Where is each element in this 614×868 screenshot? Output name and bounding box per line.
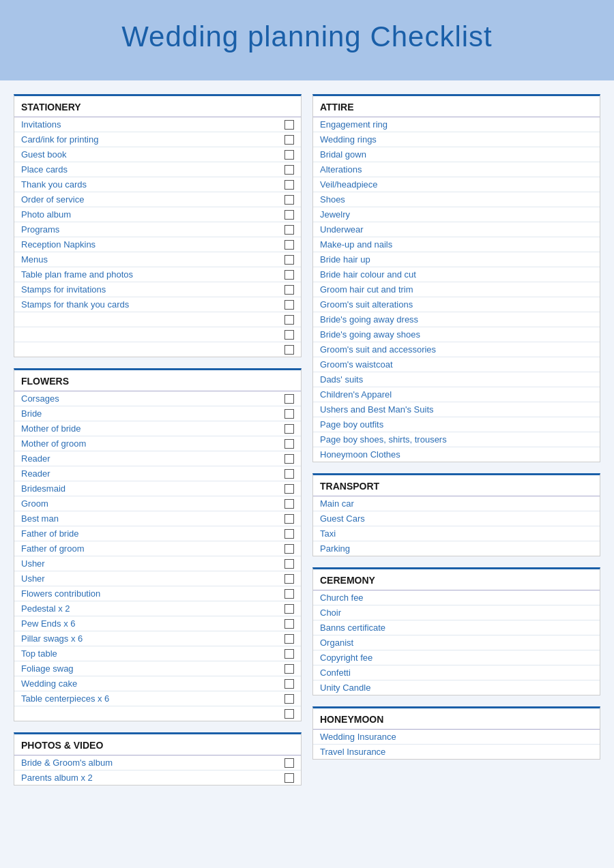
item-label: Bridal gown: [320, 149, 366, 160]
item-label: Order of service: [21, 194, 84, 205]
list-item: Bride's going away dress: [313, 312, 600, 327]
checkbox[interactable]: [284, 409, 294, 419]
checkbox[interactable]: [284, 709, 294, 719]
list-item: Reader: [14, 451, 301, 466]
item-label: Reader: [21, 468, 50, 479]
list-item: Programs: [14, 222, 301, 237]
checkbox[interactable]: [284, 330, 294, 340]
item-label: Foliage swag: [21, 663, 74, 674]
item-label: Shoes: [320, 194, 345, 205]
item-label: Parking: [320, 543, 350, 554]
item-label: Honeymoon Clothes: [320, 449, 400, 460]
checkbox[interactable]: [284, 315, 294, 325]
list-item: Thank you cards: [14, 177, 301, 192]
section-attire: ATTIREEngagement ringWedding ringsBridal…: [312, 94, 600, 462]
item-label: Reader: [21, 453, 50, 464]
checkbox[interactable]: [284, 544, 294, 554]
item-label: [21, 329, 24, 340]
list-item: [14, 327, 301, 342]
list-item: Pedestal x 2: [14, 601, 301, 616]
checkbox[interactable]: [284, 634, 294, 644]
checkbox[interactable]: [284, 664, 294, 674]
list-item: Flowers contribution: [14, 586, 301, 601]
checkbox[interactable]: [284, 120, 294, 130]
checkbox[interactable]: [284, 165, 294, 175]
list-item: [14, 706, 301, 721]
section-flowers: FLOWERSCorsagesBrideMother of brideMothe…: [14, 368, 302, 721]
item-label: Wedding cake: [21, 678, 77, 689]
list-item: Mother of groom: [14, 436, 301, 451]
item-label: Invitations: [21, 119, 61, 130]
section-ceremony: CEREMONYChurch feeChoirBanns certificate…: [312, 567, 600, 695]
list-item: Confetti: [313, 665, 600, 680]
list-item: Usher: [14, 556, 301, 571]
checkbox[interactable]: [284, 270, 294, 280]
checkbox[interactable]: [284, 559, 294, 569]
checkbox[interactable]: [284, 135, 294, 145]
checkbox[interactable]: [284, 499, 294, 509]
checkbox[interactable]: [284, 514, 294, 524]
list-item: Parents album x 2: [14, 770, 301, 785]
checkbox[interactable]: [284, 180, 294, 190]
checkbox[interactable]: [284, 345, 294, 355]
checkbox[interactable]: [284, 424, 294, 434]
checkbox[interactable]: [284, 484, 294, 494]
right-column: ATTIREEngagement ringWedding ringsBridal…: [312, 94, 600, 785]
list-item: Church fee: [313, 590, 600, 605]
item-label: Bride's going away shoes: [320, 329, 420, 340]
checkbox[interactable]: [284, 454, 294, 464]
checkbox[interactable]: [284, 240, 294, 250]
list-item: Bridal gown: [313, 147, 600, 162]
list-item: Card/ink for printing: [14, 132, 301, 147]
checkbox[interactable]: [284, 439, 294, 449]
checkbox[interactable]: [284, 469, 294, 479]
list-item: Corsages: [14, 391, 301, 406]
item-label: Mother of bride: [21, 423, 81, 434]
checkbox[interactable]: [284, 758, 294, 768]
checkbox[interactable]: [284, 150, 294, 160]
checkbox[interactable]: [284, 285, 294, 295]
item-label: Bride's going away dress: [320, 314, 418, 325]
item-label: Reception Napkins: [21, 239, 96, 250]
checkbox[interactable]: [284, 529, 294, 539]
item-label: Guest Cars: [320, 513, 365, 524]
list-item: Banns certificate: [313, 620, 600, 635]
item-label: Parents album x 2: [21, 773, 93, 783]
checkbox[interactable]: [284, 619, 294, 629]
checkbox[interactable]: [284, 604, 294, 614]
item-label: Guest book: [21, 149, 67, 160]
item-label: Father of bride: [21, 528, 79, 539]
section-title-stationery: STATIONERY: [14, 96, 301, 117]
checkbox[interactable]: [284, 694, 294, 704]
section-title-photos-video: PHOTOS & VIDEO: [14, 734, 301, 755]
item-label: [21, 708, 24, 719]
section-title-ceremony: CEREMONY: [313, 569, 600, 590]
item-label: Travel Insurance: [320, 747, 385, 757]
checkbox[interactable]: [284, 679, 294, 689]
checkbox[interactable]: [284, 300, 294, 310]
checkbox[interactable]: [284, 394, 294, 404]
list-item: Groom hair cut and trim: [313, 282, 600, 297]
checkbox[interactable]: [284, 649, 294, 659]
section-stationery: STATIONERYInvitationsCard/ink for printi…: [14, 94, 302, 357]
list-item: Usher: [14, 571, 301, 586]
item-label: Alterations: [320, 164, 362, 175]
item-label: Engagement ring: [320, 119, 388, 130]
list-item: Make-up and nails: [313, 237, 600, 252]
checkbox[interactable]: [284, 255, 294, 265]
checkbox[interactable]: [284, 225, 294, 235]
item-label: Unity Candle: [320, 683, 370, 693]
checkbox[interactable]: [284, 210, 294, 220]
checkbox[interactable]: [284, 773, 294, 783]
checkbox[interactable]: [284, 195, 294, 205]
list-item: Bride & Groom's album: [14, 755, 301, 770]
checkbox[interactable]: [284, 589, 294, 599]
list-item: Order of service: [14, 192, 301, 207]
checkbox[interactable]: [284, 574, 294, 584]
list-item: Father of groom: [14, 541, 301, 556]
item-label: Wedding rings: [320, 134, 377, 145]
section-honeymoon: HONEYMOONWedding InsuranceTravel Insuran…: [312, 706, 600, 760]
item-label: Groom's suit and accessories: [320, 344, 436, 355]
page-title: Wedding planning Checklist: [14, 20, 600, 53]
item-label: Bride & Groom's album: [21, 758, 113, 768]
